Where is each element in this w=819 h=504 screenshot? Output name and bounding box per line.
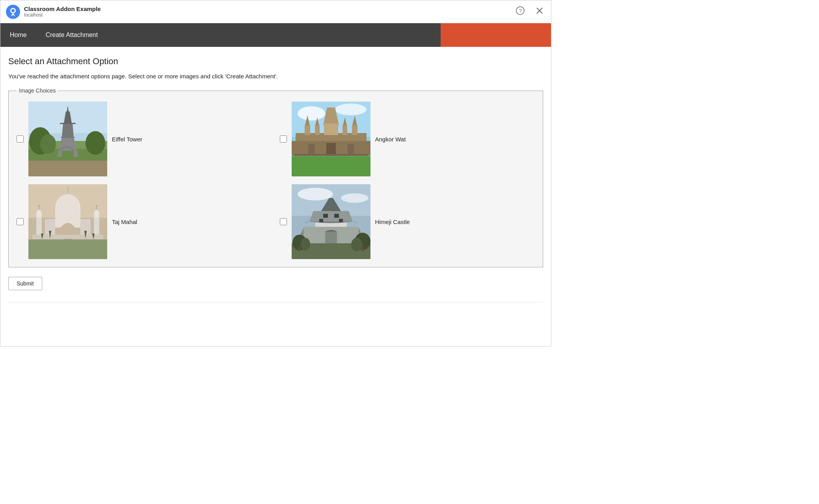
app-title: Classroom Addon Example bbox=[24, 6, 101, 12]
svg-rect-65 bbox=[28, 239, 107, 259]
svg-point-22 bbox=[40, 134, 56, 154]
nav-create-attachment[interactable]: Create Attachment bbox=[36, 23, 108, 47]
image-item-taj: Taj Mahal bbox=[17, 184, 272, 259]
svg-point-53 bbox=[36, 210, 42, 218]
images-grid: Eiffel Tower bbox=[17, 102, 535, 259]
image-taj bbox=[28, 184, 107, 259]
svg-rect-11 bbox=[28, 161, 107, 176]
checkbox-taj[interactable] bbox=[17, 218, 24, 225]
svg-point-26 bbox=[335, 104, 367, 115]
image-item-eiffel: Eiffel Tower bbox=[17, 102, 272, 176]
svg-rect-35 bbox=[352, 125, 357, 135]
svg-marker-14 bbox=[62, 123, 74, 137]
fieldset-legend: Image Choices bbox=[17, 87, 58, 94]
image-item-himeji: Himeji Castle bbox=[280, 184, 535, 259]
svg-point-88 bbox=[301, 238, 310, 250]
svg-point-72 bbox=[298, 188, 333, 200]
svg-rect-82 bbox=[339, 219, 343, 222]
image-eiffel bbox=[28, 102, 107, 176]
label-angkor[interactable]: Angkor Wat bbox=[375, 136, 406, 143]
checkbox-himeji[interactable] bbox=[280, 218, 287, 225]
app-url: localhost bbox=[24, 12, 101, 18]
title-bar: Classroom Addon Example localhost ? bbox=[0, 0, 551, 23]
title-bar-left: Classroom Addon Example localhost bbox=[6, 5, 101, 19]
app-icon bbox=[6, 5, 20, 19]
svg-rect-84 bbox=[325, 232, 337, 245]
svg-text:?: ? bbox=[519, 8, 521, 14]
svg-rect-19 bbox=[61, 137, 74, 138]
bottom-divider bbox=[8, 302, 543, 302]
svg-point-59 bbox=[96, 205, 97, 207]
page-title: Select an Attachment Option bbox=[8, 56, 543, 67]
svg-rect-31 bbox=[324, 123, 338, 135]
svg-rect-79 bbox=[323, 214, 328, 218]
svg-point-57 bbox=[94, 210, 99, 218]
svg-point-73 bbox=[341, 193, 369, 203]
label-taj[interactable]: Taj Mahal bbox=[112, 219, 137, 225]
svg-rect-90 bbox=[299, 245, 300, 251]
svg-point-25 bbox=[298, 106, 325, 120]
close-button[interactable] bbox=[534, 5, 545, 19]
nav-home[interactable]: Home bbox=[0, 23, 36, 47]
svg-rect-81 bbox=[319, 219, 323, 222]
image-choices-fieldset: Image Choices bbox=[8, 87, 543, 267]
help-icon: ? bbox=[516, 6, 525, 15]
image-himeji bbox=[292, 184, 370, 259]
svg-rect-45 bbox=[292, 157, 370, 176]
label-eiffel[interactable]: Eiffel Tower bbox=[112, 136, 142, 143]
help-button[interactable]: ? bbox=[514, 4, 527, 19]
image-item-angkor: Angkor Wat bbox=[280, 102, 535, 176]
svg-rect-44 bbox=[294, 154, 369, 156]
svg-point-2 bbox=[11, 9, 15, 12]
content-area: Select an Attachment Option You've reach… bbox=[0, 47, 551, 310]
svg-point-51 bbox=[67, 187, 69, 189]
submit-button[interactable]: Submit bbox=[8, 277, 42, 290]
svg-rect-33 bbox=[305, 125, 310, 135]
image-angkor bbox=[292, 102, 370, 176]
svg-rect-18 bbox=[60, 123, 76, 124]
label-himeji[interactable]: Himeji Castle bbox=[375, 219, 410, 225]
svg-rect-91 bbox=[362, 245, 363, 251]
svg-rect-39 bbox=[342, 125, 347, 135]
nav-bar: Home Create Attachment bbox=[0, 23, 551, 47]
nav-accent bbox=[441, 23, 551, 47]
svg-point-89 bbox=[351, 238, 362, 251]
svg-rect-80 bbox=[334, 214, 339, 218]
svg-rect-41 bbox=[326, 143, 336, 155]
checkbox-angkor[interactable] bbox=[280, 135, 287, 143]
svg-point-21 bbox=[86, 131, 105, 155]
svg-rect-43 bbox=[348, 144, 354, 155]
svg-rect-42 bbox=[308, 144, 315, 155]
close-icon bbox=[535, 6, 544, 15]
svg-rect-37 bbox=[315, 125, 320, 135]
title-bar-right: ? bbox=[514, 4, 545, 19]
svg-marker-78 bbox=[309, 211, 353, 222]
page-description: You've reached the attachment options pa… bbox=[8, 73, 543, 80]
title-text: Classroom Addon Example localhost bbox=[24, 6, 101, 18]
checkbox-eiffel[interactable] bbox=[17, 135, 24, 143]
svg-point-55 bbox=[38, 205, 40, 207]
